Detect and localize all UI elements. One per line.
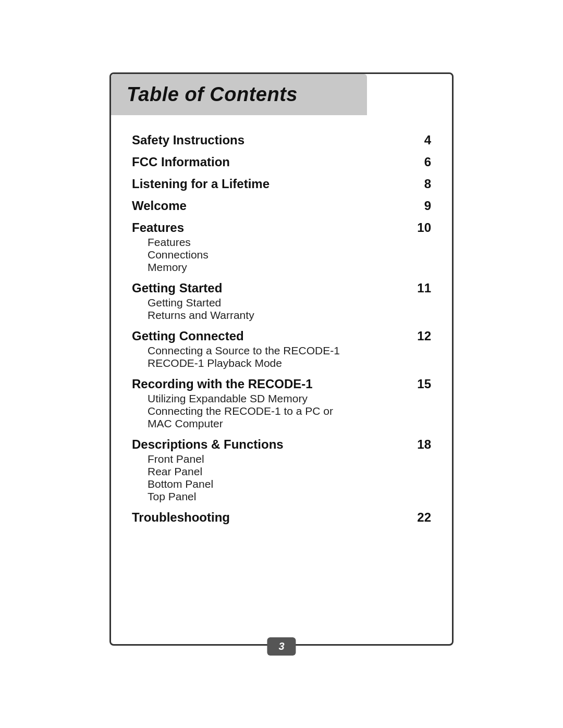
toc-main-page-listening: 8 <box>424 177 431 191</box>
toc-main-label-safety: Safety Instructions <box>132 133 244 147</box>
toc-sub-label-front-panel-sub: Front Panel <box>148 453 204 465</box>
toc-sub-entry-getting-started-sub: Getting Started <box>148 297 431 309</box>
toc-sub-entry-top-panel-sub: Top Panel <box>148 490 431 503</box>
toc-sub-entry-features-sub: Features <box>148 236 431 249</box>
toc-sub-entry-returns-sub: Returns and Warranty <box>148 309 431 322</box>
toc-sub-label-features-sub: Features <box>148 236 191 249</box>
toc-main-entry-safety: Safety Instructions4 <box>132 133 431 147</box>
toc-main-entry-listening: Listening for a Lifetime8 <box>132 177 431 191</box>
toc-main-page-recording: 15 <box>417 377 431 391</box>
toc-sub-label-memory-sub: Memory <box>148 261 187 274</box>
toc-main-entry-fcc: FCC Information6 <box>132 155 431 169</box>
toc-main-label-listening: Listening for a Lifetime <box>132 177 270 191</box>
toc-main-label-troubleshooting: Troubleshooting <box>132 510 230 525</box>
toc-main-label-fcc: FCC Information <box>132 155 230 169</box>
toc-sub-label-mac-sub: MAC Computer <box>148 417 223 430</box>
toc-main-page-features: 10 <box>417 220 431 235</box>
toc-main-page-getting-started: 11 <box>417 281 431 295</box>
toc-sub-entry-bottom-panel-sub: Bottom Panel <box>148 478 431 490</box>
toc-main-page-troubleshooting: 22 <box>417 510 431 525</box>
toc-sub-label-returns-sub: Returns and Warranty <box>148 309 254 322</box>
toc-main-page-descriptions: 18 <box>417 437 431 452</box>
toc-main-entry-troubleshooting: Troubleshooting22 <box>132 510 431 525</box>
toc-sub-entry-expandable-sub: Utilizing Expandable SD Memory <box>148 392 431 405</box>
toc-sub-label-connections-sub: Connections <box>148 249 209 261</box>
toc-main-label-features: Features <box>132 220 184 235</box>
toc-main-entry-welcome: Welcome9 <box>132 199 431 213</box>
toc-sub-entry-mac-sub: MAC Computer <box>148 417 431 430</box>
toc-sub-entry-connections-sub: Connections <box>148 249 431 261</box>
toc-main-label-getting-started: Getting Started <box>132 281 222 295</box>
toc-sub-entry-front-panel-sub: Front Panel <box>148 453 431 465</box>
toc-sub-label-bottom-panel-sub: Bottom Panel <box>148 478 213 490</box>
toc-sub-label-top-panel-sub: Top Panel <box>148 490 196 503</box>
toc-sub-label-expandable-sub: Utilizing Expandable SD Memory <box>148 392 308 405</box>
toc-sub-entry-rear-panel-sub: Rear Panel <box>148 465 431 478</box>
toc-sub-label-connecting-pc-sub: Connecting the RECODE-1 to a PC or <box>148 405 333 417</box>
toc-sub-entry-connecting-pc-sub: Connecting the RECODE-1 to a PC or <box>148 405 431 417</box>
toc-main-label-recording: Recording with the RECODE-1 <box>132 377 313 391</box>
toc-sub-label-playback-sub: RECODE-1 Playback Mode <box>148 357 282 369</box>
toc-main-entry-features: Features10 <box>132 220 431 235</box>
toc-sub-entry-memory-sub: Memory <box>148 261 431 274</box>
toc-main-entry-descriptions: Descriptions & Functions18 <box>132 437 431 452</box>
toc-main-page-welcome: 9 <box>424 199 431 213</box>
toc-main-entry-recording: Recording with the RECODE-115 <box>132 377 431 391</box>
toc-sub-entry-playback-sub: RECODE-1 Playback Mode <box>148 357 431 369</box>
toc-sub-label-rear-panel-sub: Rear Panel <box>148 465 202 478</box>
toc-main-entry-getting-started: Getting Started11 <box>132 281 431 295</box>
toc-main-page-fcc: 6 <box>424 155 431 169</box>
toc-main-label-descriptions: Descriptions & Functions <box>132 437 284 452</box>
toc-main-page-safety: 4 <box>424 133 431 147</box>
toc-sub-label-getting-started-sub: Getting Started <box>148 297 221 309</box>
page: Table of Contents Safety Instructions4FC… <box>78 52 485 677</box>
toc-title: Table of Contents <box>127 83 351 106</box>
toc-main-label-getting-connected: Getting Connected <box>132 329 244 343</box>
page-number-badge: 3 <box>267 637 296 656</box>
toc-sub-entry-connecting-source-sub: Connecting a Source to the RECODE-1 <box>148 344 431 357</box>
toc-main-page-getting-connected: 12 <box>417 329 431 343</box>
toc-box: Table of Contents Safety Instructions4FC… <box>109 72 454 646</box>
toc-header: Table of Contents <box>111 74 367 115</box>
toc-sub-label-connecting-source-sub: Connecting a Source to the RECODE-1 <box>148 344 340 357</box>
toc-main-entry-getting-connected: Getting Connected12 <box>132 329 431 343</box>
toc-main-label-welcome: Welcome <box>132 199 187 213</box>
toc-content: Safety Instructions4FCC Information6List… <box>111 120 452 536</box>
